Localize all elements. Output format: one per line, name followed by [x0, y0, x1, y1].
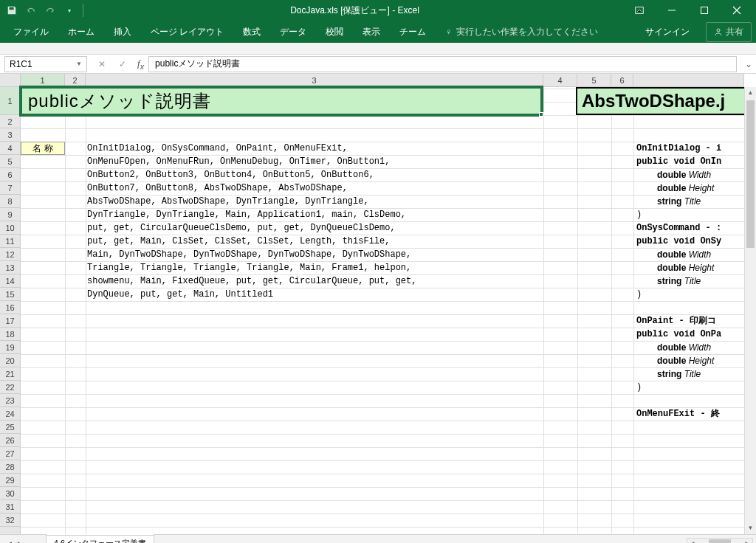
- column-header[interactable]: 6: [611, 74, 633, 86]
- row-header[interactable]: 12: [0, 248, 20, 261]
- scroll-down-arrow[interactable]: ▼: [745, 522, 756, 534]
- cells-area[interactable]: publicメソッド説明書 AbsTwoDShape.j 名 称 OnInitD…: [21, 87, 744, 534]
- row-header[interactable]: 22: [0, 381, 20, 394]
- row-header[interactable]: 3: [0, 128, 20, 142]
- method-detail-line[interactable]: OnInitDialog - i: [635, 142, 723, 155]
- column-header[interactable]: 2: [65, 74, 86, 86]
- row-header[interactable]: 6: [0, 168, 20, 181]
- ribbon-tab-review[interactable]: 校閲: [317, 21, 352, 43]
- row-header[interactable]: 17: [0, 314, 20, 328]
- method-detail-line[interactable]: string Title: [656, 274, 702, 288]
- method-detail-line[interactable]: ): [635, 208, 643, 221]
- method-detail-line[interactable]: ): [635, 381, 643, 394]
- row-header[interactable]: 31: [0, 500, 20, 513]
- row-header[interactable]: 9: [0, 208, 20, 221]
- method-detail-line[interactable]: double Width: [656, 341, 712, 354]
- ribbon-tab-file[interactable]: ファイル: [4, 21, 58, 43]
- method-detail-line[interactable]: OnMenuFExit - 終: [635, 407, 721, 421]
- row-header[interactable]: 8: [0, 195, 20, 208]
- row-header[interactable]: 30: [0, 487, 20, 500]
- row-header[interactable]: 28: [0, 460, 20, 474]
- row-header[interactable]: 4: [0, 142, 20, 155]
- method-list-line[interactable]: DynTriangle, DynTriangle, Main, Applicat…: [86, 208, 408, 221]
- sheet-nav[interactable]: ◄►: [0, 539, 30, 543]
- row-header[interactable]: 15: [0, 288, 20, 301]
- selection-handle[interactable]: [539, 112, 543, 117]
- method-detail-line[interactable]: double Height: [656, 354, 715, 367]
- method-list-line[interactable]: put, get, Main, ClsSet, ClsSet, ClsSet, …: [86, 235, 391, 248]
- row-header[interactable]: 5: [0, 155, 20, 168]
- row-header[interactable]: 23: [0, 394, 20, 407]
- row-header[interactable]: 1: [0, 87, 20, 115]
- column-header[interactable]: 3: [86, 74, 543, 86]
- method-detail-line[interactable]: ): [635, 288, 643, 301]
- name-box[interactable]: R1C1 ▼: [4, 56, 87, 72]
- redo-button[interactable]: [41, 2, 59, 18]
- side-title-cell[interactable]: AbsTwoDShape.j: [576, 87, 756, 115]
- share-button[interactable]: 共有: [706, 22, 752, 42]
- method-detail-line[interactable]: string Title: [656, 195, 702, 208]
- worksheet-grid[interactable]: 123456 123456789101112131415161718192021…: [0, 74, 756, 534]
- select-all-corner[interactable]: [0, 74, 21, 87]
- tell-me-box[interactable]: ♀ 実行したい作業を入力してください: [436, 26, 635, 38]
- column-header[interactable]: 4: [543, 74, 577, 86]
- cancel-formula-button[interactable]: ✕: [92, 56, 112, 72]
- row-header[interactable]: 7: [0, 181, 20, 195]
- vertical-scrollbar[interactable]: ▲ ▼: [744, 87, 756, 534]
- close-button[interactable]: [721, 0, 753, 21]
- enter-formula-button[interactable]: ✓: [112, 56, 133, 72]
- row-header[interactable]: 24: [0, 407, 20, 421]
- method-list-line[interactable]: OnButton7, OnButton8, AbsTwoDShape, AbsT…: [86, 181, 349, 195]
- method-list-line[interactable]: AbsTwoDShape, AbsTwoDShape, DynTriangle,…: [86, 195, 371, 208]
- scroll-up-arrow[interactable]: ▲: [745, 87, 756, 99]
- method-detail-line[interactable]: double Width: [656, 248, 712, 261]
- row-header[interactable]: 2: [0, 115, 20, 128]
- method-detail-line[interactable]: OnPaint - 印刷コ: [635, 314, 718, 328]
- ribbon-tab-data[interactable]: データ: [271, 21, 315, 43]
- ribbon-tab-view[interactable]: 表示: [354, 21, 389, 43]
- title-merged-cell[interactable]: publicメソッド説明書: [21, 87, 542, 115]
- row-header[interactable]: 25: [0, 421, 20, 434]
- method-list-line[interactable]: OnInitDialog, OnSysCommand, OnPaint, OnM…: [86, 142, 349, 155]
- minimize-button[interactable]: [656, 0, 688, 21]
- method-detail-line[interactable]: string Title: [656, 367, 702, 381]
- row-header[interactable]: 19: [0, 341, 20, 354]
- method-detail-line[interactable]: public void OnSy: [635, 235, 723, 248]
- column-headers[interactable]: 123456: [21, 74, 744, 87]
- method-detail-line[interactable]: double Height: [656, 261, 715, 274]
- horizontal-scrollbar[interactable]: ◄►: [687, 538, 753, 544]
- row-header[interactable]: 16: [0, 301, 20, 314]
- signin-link[interactable]: サインイン: [636, 21, 698, 43]
- row-header[interactable]: 20: [0, 354, 20, 367]
- ribbon-tab-home[interactable]: ホーム: [59, 21, 103, 43]
- method-list-line[interactable]: OnButton2, OnButton3, OnButton4, OnButto…: [86, 168, 376, 181]
- method-list-line[interactable]: Main, DynTwoDShape, DynTwoDShape, DynTwo…: [86, 248, 413, 261]
- ribbon-display-button[interactable]: [623, 0, 656, 21]
- formula-expand-button[interactable]: ⌄: [741, 59, 756, 69]
- save-button[interactable]: [3, 2, 21, 18]
- method-list-line[interactable]: DynQueue, put, get, Main, Untitled1: [86, 288, 275, 301]
- qat-customize[interactable]: ▾: [61, 2, 78, 18]
- row-headers[interactable]: 1234567891011121314151617181920212223242…: [0, 87, 21, 534]
- column-header[interactable]: 5: [577, 74, 611, 86]
- row-header[interactable]: 18: [0, 328, 20, 341]
- method-list-line[interactable]: put, get, CircularQueueClsDemo, put, get…: [86, 221, 397, 235]
- sheet-tabs-first[interactable]: ...: [30, 539, 46, 544]
- row-header[interactable]: 29: [0, 474, 20, 487]
- method-list-line[interactable]: OnMenuFOpen, OnMenuFRun, OnMenuDebug, On…: [86, 155, 391, 168]
- ribbon-tab-insert[interactable]: 挿入: [105, 21, 140, 43]
- method-detail-line[interactable]: double Height: [656, 181, 715, 195]
- name-label-cell[interactable]: 名 称: [21, 142, 65, 155]
- ribbon-tab-formulas[interactable]: 数式: [234, 21, 269, 43]
- ribbon-tab-layout[interactable]: ページ レイアウト: [142, 21, 233, 43]
- row-header[interactable]: 32: [0, 513, 20, 527]
- method-list-line[interactable]: Triangle, Triangle, Triangle, Triangle, …: [86, 261, 413, 274]
- undo-button[interactable]: [22, 2, 40, 18]
- column-header[interactable]: 1: [21, 74, 65, 86]
- method-detail-line[interactable]: OnSysCommand - :: [635, 221, 723, 235]
- row-header[interactable]: 13: [0, 261, 20, 274]
- method-detail-line[interactable]: public void OnIn: [635, 155, 723, 168]
- row-header[interactable]: 14: [0, 274, 20, 288]
- row-header[interactable]: 21: [0, 367, 20, 381]
- method-detail-line[interactable]: double Width: [656, 168, 712, 181]
